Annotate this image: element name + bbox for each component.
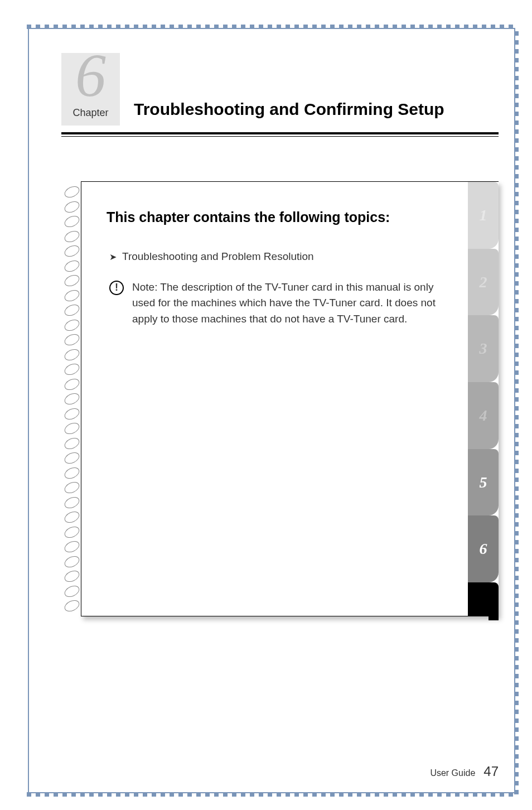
tab-2[interactable]: 2: [468, 249, 499, 316]
spiral-ring-icon: [63, 228, 81, 244]
spiral-ring-icon: [63, 258, 81, 273]
spiral-ring-icon: [63, 346, 81, 362]
spiral-ring-icon: [63, 273, 81, 288]
spiral-ring-icon: [63, 539, 81, 555]
arrow-right-icon: ➤: [109, 252, 117, 262]
note-label: Note:: [132, 281, 157, 293]
spiral-ring-icon: [63, 332, 81, 348]
page-content: 6 Chapter Troubleshooting and Confirming…: [61, 53, 499, 765]
chapter-header: 6 Chapter Troubleshooting and Confirming…: [61, 53, 499, 126]
footer-label: User Guide: [430, 768, 475, 778]
footer-page-number: 47: [483, 764, 499, 779]
chapter-number-box: 6 Chapter: [61, 53, 120, 126]
spiral-ring-icon: [63, 391, 81, 407]
spiral-binding: [61, 184, 81, 614]
tab-strip: 1 2 3 4 5 6: [468, 182, 499, 616]
spiral-ring-icon: [63, 509, 81, 525]
tab-5[interactable]: 5: [468, 449, 499, 516]
tab-6[interactable]: 6: [468, 515, 499, 582]
title-rule: [61, 132, 499, 137]
content-box: This chapter contains the following topi…: [81, 181, 499, 616]
spiral-ring-icon: [63, 199, 81, 214]
spiral-ring-icon: [63, 214, 81, 229]
spiral-ring-icon: [63, 243, 81, 259]
spiral-ring-icon: [63, 598, 81, 614]
spiral-ring-icon: [63, 524, 81, 539]
spiral-ring-icon: [63, 376, 81, 392]
content-box-wrapper: This chapter contains the following topi…: [81, 181, 499, 616]
note-body: The description of the TV-Tuner card in …: [132, 281, 436, 325]
spiral-ring-icon: [63, 494, 81, 510]
spiral-ring-icon: [63, 435, 81, 451]
spiral-ring-icon: [63, 450, 81, 466]
tab-blank: [468, 582, 499, 616]
tab-4[interactable]: 4: [468, 382, 499, 449]
spiral-ring-icon: [63, 568, 81, 584]
spiral-ring-icon: [63, 184, 81, 200]
spiral-ring-icon: [63, 553, 81, 569]
topic-text: Troubleshooting and Problem Resolution: [122, 250, 314, 263]
topic-item: ➤ Troubleshooting and Problem Resolution: [107, 250, 482, 263]
note-text: Note: The description of the TV-Tuner ca…: [132, 279, 437, 327]
tab-1[interactable]: 1: [468, 182, 499, 249]
spiral-ring-icon: [63, 287, 81, 303]
topics-heading: This chapter contains the following topi…: [107, 207, 482, 228]
spiral-ring-icon: [63, 361, 81, 377]
page-footer: User Guide 47: [430, 764, 499, 779]
chapter-title: Troubleshooting and Confirming Setup: [134, 98, 499, 126]
spiral-ring-icon: [63, 302, 81, 318]
chapter-numeral: 6: [75, 45, 106, 106]
spiral-ring-icon: [63, 406, 81, 421]
note-block: ! Note: The description of the TV-Tuner …: [107, 279, 482, 327]
tab-3[interactable]: 3: [468, 315, 499, 382]
spiral-ring-icon: [63, 465, 81, 480]
chapter-label: Chapter: [72, 107, 108, 119]
note-alert-icon: !: [109, 281, 124, 295]
spiral-ring-icon: [63, 583, 81, 599]
spiral-ring-icon: [63, 421, 81, 436]
spiral-ring-icon: [63, 317, 81, 332]
spiral-ring-icon: [63, 480, 81, 495]
